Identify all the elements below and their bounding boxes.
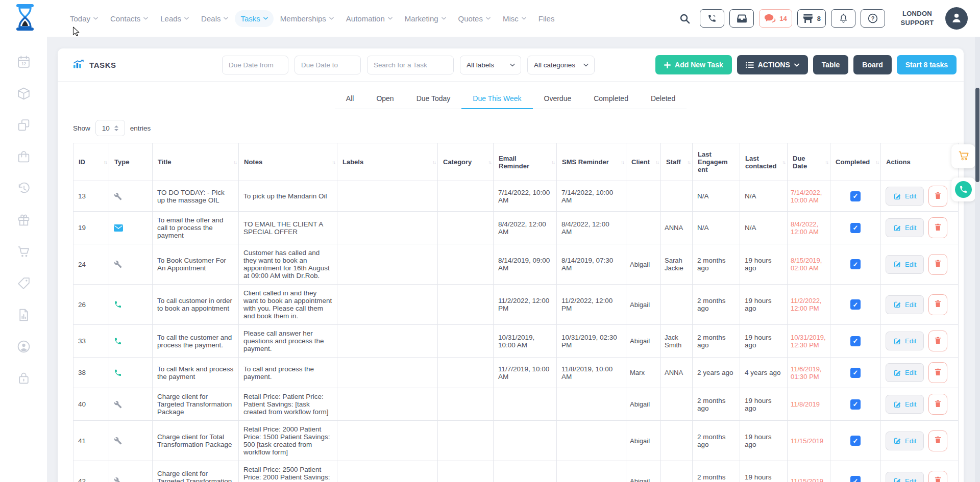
delete-button[interactable] (928, 186, 947, 207)
board-button[interactable]: Board (853, 55, 891, 74)
edit-button[interactable]: Edit (886, 332, 924, 350)
edit-button[interactable]: Edit (886, 218, 924, 237)
sort-icon[interactable]: ↑↓ (621, 159, 624, 165)
tab-due-this-week[interactable]: Due This Week (461, 89, 532, 109)
avatar[interactable] (945, 7, 968, 30)
column-header-client[interactable]: Client↑↓ (626, 143, 661, 181)
delete-button[interactable] (928, 362, 947, 383)
sort-icon[interactable]: ↑↓ (233, 159, 236, 165)
edit-button[interactable]: Edit (886, 255, 924, 274)
completed-checkbox[interactable]: ✓ (850, 223, 861, 233)
inbox-button[interactable] (729, 9, 754, 28)
task-search-input[interactable] (367, 56, 454, 74)
tab-overdue[interactable]: Overdue (533, 89, 583, 109)
completed-checkbox[interactable]: ✓ (850, 259, 861, 269)
sort-icon[interactable]: ↑↓ (655, 159, 658, 165)
tab-all[interactable]: All (335, 89, 365, 109)
sort-icon[interactable]: ↑↓ (488, 159, 491, 165)
sidebar-calendar-12-icon[interactable]: 12 (17, 55, 31, 71)
sidebar-report-icon[interactable] (17, 308, 31, 324)
sidebar-gift-icon[interactable] (17, 213, 31, 229)
tab-open[interactable]: Open (365, 89, 405, 109)
sidebar-lock-icon[interactable] (17, 371, 31, 387)
column-header-completed[interactable]: Completed↑↓ (830, 143, 881, 181)
nav-item-contacts[interactable]: Contacts (105, 10, 154, 27)
column-header-labels[interactable]: Labels↑↓ (337, 143, 438, 181)
completed-checkbox[interactable]: ✓ (850, 368, 861, 378)
delete-button[interactable] (928, 430, 947, 451)
sort-icon[interactable]: ↑↓ (104, 159, 107, 165)
completed-checkbox[interactable]: ✓ (850, 299, 861, 310)
sidebar-copy-icon[interactable] (17, 118, 31, 134)
store-button[interactable]: 8 (797, 9, 826, 28)
column-header-type[interactable]: Type (109, 143, 153, 181)
nav-item-memberships[interactable]: Memberships (275, 10, 339, 27)
edit-button[interactable]: Edit (886, 295, 924, 314)
sort-icon[interactable]: ↑↓ (782, 159, 785, 165)
column-header-title[interactable]: Title↑↓ (153, 143, 239, 181)
edit-button[interactable]: Edit (886, 363, 924, 382)
column-header-last_engagement[interactable]: Last Engagement (693, 143, 740, 181)
phone-call-button[interactable] (700, 9, 724, 28)
sort-icon[interactable]: ↑↓ (332, 159, 335, 165)
delete-button[interactable] (928, 254, 947, 275)
column-header-last_contacted[interactable]: Last contacted↑↓ (740, 143, 788, 181)
nav-item-tasks[interactable]: Tasks (235, 10, 273, 27)
nav-item-files[interactable]: Files (533, 10, 560, 27)
sort-icon[interactable]: ↑↓ (825, 159, 828, 165)
nav-item-quotes[interactable]: Quotes (453, 10, 496, 27)
actions-button[interactable]: ACTIONS (737, 55, 808, 74)
help-button[interactable]: ? (861, 9, 885, 28)
bell-button[interactable] (831, 9, 855, 28)
nav-item-deals[interactable]: Deals (195, 10, 234, 27)
entries-count-select[interactable]: 10 (95, 120, 125, 136)
tab-completed[interactable]: Completed (582, 89, 640, 109)
edit-button[interactable]: Edit (886, 472, 924, 482)
column-header-due_date[interactable]: Due Date↑↓ (788, 143, 830, 181)
labels-select[interactable]: All labels (460, 56, 521, 74)
delete-button[interactable] (928, 394, 947, 415)
start-8-tasks-button[interactable]: Start 8 tasks (897, 55, 957, 74)
sidebar-basket-icon[interactable] (17, 150, 31, 166)
column-header-notes[interactable]: Notes↑↓ (239, 143, 337, 181)
floating-phone-button[interactable] (951, 177, 975, 201)
edit-button[interactable]: Edit (886, 395, 924, 414)
sidebar-user-circle-icon[interactable] (17, 340, 31, 356)
nav-item-automation[interactable]: Automation (340, 10, 398, 27)
due-date-from-input[interactable] (222, 56, 288, 74)
chat-button[interactable]: 14 (759, 9, 792, 28)
completed-checkbox[interactable]: ✓ (850, 399, 861, 410)
app-logo[interactable] (13, 4, 37, 33)
column-header-id[interactable]: ID↑↓ (74, 143, 109, 181)
tab-due-today[interactable]: Due Today (405, 89, 462, 109)
delete-button[interactable] (928, 471, 947, 482)
column-header-actions[interactable]: Actions↑↓ (881, 143, 959, 181)
nav-item-today[interactable]: Today (64, 10, 104, 27)
column-header-category[interactable]: Category↑↓ (438, 143, 494, 181)
completed-checkbox[interactable]: ✓ (850, 191, 861, 201)
completed-checkbox[interactable]: ✓ (850, 336, 861, 346)
floating-cart-button[interactable] (951, 144, 975, 168)
sort-icon[interactable]: ↑↓ (432, 159, 435, 165)
due-date-to-input[interactable] (295, 56, 361, 74)
add-new-task-button[interactable]: Add New Task (655, 55, 732, 74)
sidebar-package-icon[interactable] (17, 87, 31, 103)
column-header-sms_reminder[interactable]: SMS Reminder↑↓ (557, 143, 626, 181)
sort-icon[interactable]: ↑↓ (551, 159, 554, 165)
delete-button[interactable] (928, 217, 947, 238)
edit-button[interactable]: Edit (886, 187, 924, 206)
search-icon[interactable] (679, 13, 691, 24)
nav-item-marketing[interactable]: Marketing (399, 10, 452, 27)
nav-item-misc[interactable]: Misc (497, 10, 532, 27)
table-button[interactable]: Table (813, 55, 849, 74)
sort-icon[interactable]: ↑↓ (875, 159, 878, 165)
categories-select[interactable]: All categories (527, 56, 595, 74)
completed-checkbox[interactable]: ✓ (850, 436, 861, 446)
column-header-staff[interactable]: Staff↑↓ (661, 143, 693, 181)
sort-icon[interactable]: ↑↓ (687, 159, 690, 165)
completed-checkbox[interactable]: ✓ (850, 476, 861, 482)
sidebar-history-icon[interactable] (17, 182, 31, 197)
sidebar-price-tag-icon[interactable] (17, 276, 31, 292)
edit-button[interactable]: Edit (886, 432, 924, 450)
delete-button[interactable] (928, 294, 947, 315)
